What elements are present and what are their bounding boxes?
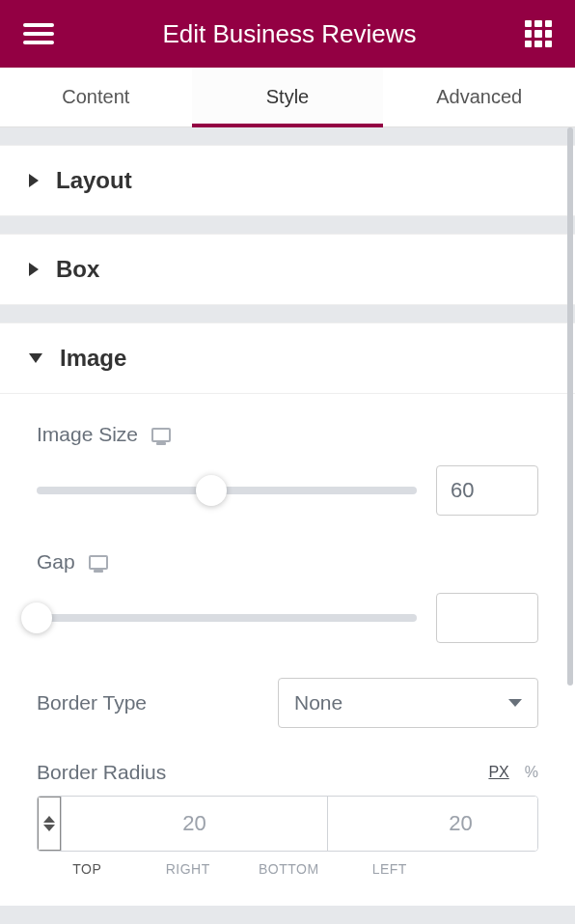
image-size-slider-row [37,465,538,516]
image-size-slider-thumb[interactable] [196,475,227,506]
image-size-label: Image Size [37,423,138,446]
unit-px[interactable]: PX [488,764,508,781]
section-box-title: Box [56,256,99,283]
chevron-down-icon [29,353,42,363]
gap-slider-row [37,593,538,643]
gap-input[interactable] [436,593,538,643]
header-title: Edit Business Reviews [54,19,525,49]
tabs-bar: Content Style Advanced [0,68,575,127]
apps-grid-icon[interactable] [525,20,552,47]
gap-slider[interactable] [37,614,417,622]
radius-top-spinner [43,816,55,831]
menu-icon[interactable] [23,18,54,49]
radius-bottom-input[interactable] [328,797,538,851]
section-layout-title: Layout [56,167,132,194]
image-size-row: Image Size [37,423,538,446]
tab-style[interactable]: Style [192,68,384,126]
border-radius-label: Border Radius [37,761,166,784]
chevron-right-icon [29,174,39,187]
radius-label-left: LEFT [340,861,441,877]
desktop-icon[interactable] [89,555,108,570]
tab-advanced[interactable]: Advanced [383,68,575,126]
border-type-label: Border Type [37,691,147,714]
radius-label-right: RIGHT [138,861,239,877]
border-radius-header-row: Border Radius PX % [37,761,538,784]
border-type-value: None [294,691,342,714]
section-image-title: Image [60,345,126,372]
scrollbar-thumb[interactable] [567,127,573,686]
section-layout-header[interactable]: Layout [0,145,575,216]
radius-labels-row: TOP RIGHT BOTTOM LEFT [37,861,538,877]
section-image-body: Image Size Gap Border Type None [0,394,575,906]
desktop-icon[interactable] [151,428,171,442]
spinner-down-icon[interactable] [43,825,55,831]
radius-label-top: TOP [37,861,138,877]
spinner-up-icon[interactable] [43,816,55,823]
image-size-slider[interactable] [37,487,417,494]
radius-right-input[interactable] [62,797,328,851]
border-type-row: Border Type None [37,678,538,728]
gap-row: Gap [37,550,538,574]
unit-selector: PX % [488,764,538,781]
unit-percent[interactable]: % [525,764,538,781]
section-box-header[interactable]: Box [0,234,575,305]
gap-label: Gap [37,550,75,574]
border-radius-inputs [37,796,538,852]
content-area: Layout Box Image Image Size Gap [0,127,575,924]
app-header: Edit Business Reviews [0,0,575,68]
section-image-header[interactable]: Image [0,322,575,394]
chevron-down-icon [508,699,522,707]
gap-slider-thumb[interactable] [21,602,52,633]
image-size-input[interactable] [436,465,538,516]
border-type-select[interactable]: None [278,678,538,728]
radius-top-wrap [38,797,62,851]
radius-label-bottom: BOTTOM [238,861,340,877]
scrollbar-track[interactable] [565,127,575,924]
chevron-right-icon [29,263,39,276]
tab-content[interactable]: Content [0,68,192,126]
